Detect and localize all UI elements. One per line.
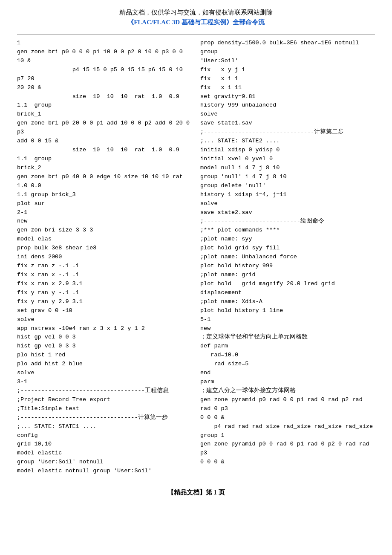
left-code-block: 1 gen zone bri p0 0 0 0 p1 10 0 0 p2 0 1… (17, 39, 192, 476)
footer-section: 【精品文档】第 1 页 (17, 489, 375, 497)
header-top-text: 精品文档，仅供学习与交流，如有侵权请联系网站删除 (17, 9, 375, 17)
main-content: 1 gen zone bri p0 0 0 0 p1 10 0 0 p2 0 1… (17, 39, 375, 476)
footer-text: 【精品文档】第 1 页 (17, 489, 375, 497)
header-section: 精品文档，仅供学习与交流，如有侵权请联系网站删除 《FLAC/FLAC 3D 基… (17, 9, 375, 35)
header-divider (17, 34, 375, 35)
left-column: 1 gen zone bri p0 0 0 0 p1 10 0 0 p2 0 1… (17, 39, 196, 476)
header-subtitle: 《FLAC/FLAC 3D 基础与工程实例》全部命令流 (17, 18, 375, 26)
right-column: prop density=1500.0 bulk=3E6 shear=1E6 n… (196, 39, 375, 476)
right-code-block: prop density=1500.0 bulk=3E6 shear=1E6 n… (200, 39, 375, 467)
